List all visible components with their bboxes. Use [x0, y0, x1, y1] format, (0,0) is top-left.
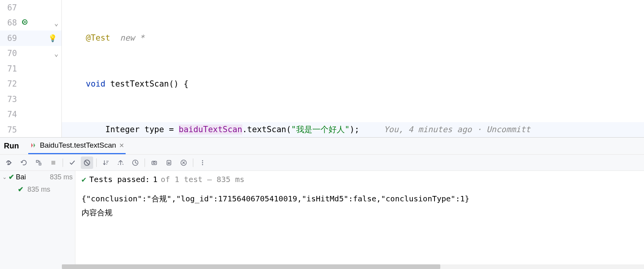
- line-number: 70: [0, 49, 19, 58]
- fold-icon[interactable]: ⌄: [54, 19, 58, 27]
- results-row: ⌄ ✔ Bai 835 ms ✔ 835 ms ✔ Tests passed: …: [0, 171, 644, 269]
- vcs-blame-hint: You, 4 minutes ago · Uncommitt: [384, 125, 530, 134]
- code-line[interactable]: @Test new *: [62, 31, 644, 46]
- lightbulb-icon[interactable]: 💡: [48, 34, 57, 42]
- line-number: 69: [0, 34, 19, 43]
- gutter-row: 75: [0, 122, 61, 138]
- annotation: @Test: [86, 33, 110, 43]
- import-tests-button[interactable]: [148, 157, 160, 169]
- run-test-icon[interactable]: [22, 19, 29, 27]
- chevron-down-icon[interactable]: ⌄: [2, 174, 7, 180]
- tree-root-label: Bai: [16, 173, 26, 181]
- line-number: 75: [0, 125, 19, 134]
- scrollbar-thumb[interactable]: [62, 264, 440, 269]
- gutter-row: 73: [0, 92, 61, 107]
- tree-root-time: 835 ms: [50, 173, 73, 181]
- line-number: 68: [0, 18, 19, 27]
- svg-point-11: [202, 162, 203, 163]
- rerun-button[interactable]: [3, 157, 15, 169]
- console-line: 内容合规: [82, 206, 638, 220]
- line-number: 74: [0, 110, 19, 119]
- gutter-row: 71: [0, 61, 61, 77]
- gutter-row: 74: [0, 107, 61, 123]
- gutter-row: 70 ⌄: [0, 46, 61, 61]
- line-number: 73: [0, 95, 19, 104]
- toolbar-separator: [145, 158, 145, 167]
- toolbar-separator: [63, 158, 63, 167]
- console-output[interactable]: ✔ Tests passed: 1 of 1 test – 835 ms {"c…: [75, 171, 644, 269]
- sort-button[interactable]: [100, 157, 112, 169]
- svg-rect-2: [39, 163, 41, 165]
- test-history-button[interactable]: [177, 157, 190, 169]
- tests-passed-prefix: Tests passed:: [89, 172, 150, 186]
- vcs-modifier-hint: new *: [120, 33, 145, 43]
- run-panel-title: Run: [4, 141, 19, 150]
- svg-point-10: [202, 160, 203, 161]
- test-tree-root[interactable]: ⌄ ✔ Bai 835 ms: [0, 171, 75, 183]
- run-tool-window: Run BaiduTest.testTextScan ✕: [0, 137, 644, 269]
- line-number: 71: [0, 64, 19, 73]
- check-icon: ✔: [18, 185, 24, 194]
- svg-point-12: [202, 164, 203, 165]
- code-content[interactable]: @Test new * void testTextScan() { Intege…: [62, 0, 644, 137]
- toolbar-separator: [193, 158, 193, 167]
- more-icon[interactable]: [196, 157, 209, 169]
- gutter-row: 68 ⌄: [0, 15, 61, 31]
- check-icon: ✔: [82, 172, 86, 186]
- tree-item-time: 835 ms: [27, 186, 50, 194]
- test-tree-item[interactable]: ✔ 835 ms: [0, 183, 75, 196]
- gutter-row: 69 💡: [0, 31, 61, 46]
- svg-point-7: [153, 162, 155, 163]
- gutter-row: 67: [0, 0, 61, 15]
- show-passed-button[interactable]: [66, 157, 78, 169]
- tests-passed-suffix: of 1 test – 835 ms: [161, 172, 245, 186]
- code-line[interactable]: void testTextScan() {: [62, 77, 644, 92]
- code-editor[interactable]: 67 68 ⌄ 69 💡 70 ⌄ 71 72: [0, 0, 644, 137]
- toolbar-separator: [96, 158, 97, 167]
- stop-button[interactable]: [47, 157, 60, 169]
- gutter-row: 72: [0, 77, 61, 92]
- run-tab-label: BaiduTest.testTextScan: [40, 141, 116, 150]
- fold-icon[interactable]: ⌄: [54, 49, 58, 58]
- rerun-failed-button[interactable]: [18, 157, 30, 169]
- run-tabs: Run BaiduTest.testTextScan ✕: [0, 138, 644, 155]
- run-tab-active[interactable]: BaiduTest.testTextScan ✕: [28, 138, 126, 154]
- test-tree[interactable]: ⌄ ✔ Bai 835 ms ✔ 835 ms: [0, 171, 75, 269]
- console-line: {"conclusion":"合规","log_id":171564067054…: [82, 192, 638, 206]
- tests-passed-summary: ✔ Tests passed: 1 of 1 test – 835 ms: [82, 172, 638, 186]
- check-icon: ✔: [9, 173, 14, 181]
- svg-rect-3: [51, 161, 55, 165]
- line-number: 67: [0, 3, 19, 12]
- svg-rect-1: [36, 160, 38, 162]
- close-icon[interactable]: ✕: [119, 142, 124, 149]
- run-toolbar: [0, 155, 644, 171]
- show-ignored-button[interactable]: [81, 157, 93, 169]
- gutter: 67 68 ⌄ 69 💡 70 ⌄ 71 72: [0, 0, 62, 137]
- collapse-all-button[interactable]: [129, 157, 141, 169]
- code-line[interactable]: Integer type = baiduTextScan.textScan("我…: [62, 122, 644, 137]
- horizontal-scrollbar[interactable]: [62, 264, 644, 269]
- toggle-auto-test-button[interactable]: [32, 157, 45, 169]
- expand-all-button[interactable]: [114, 157, 127, 169]
- run-config-icon: [30, 142, 37, 149]
- line-number: 72: [0, 79, 19, 89]
- export-tests-button[interactable]: [163, 157, 175, 169]
- tests-passed-count: 1: [153, 172, 158, 186]
